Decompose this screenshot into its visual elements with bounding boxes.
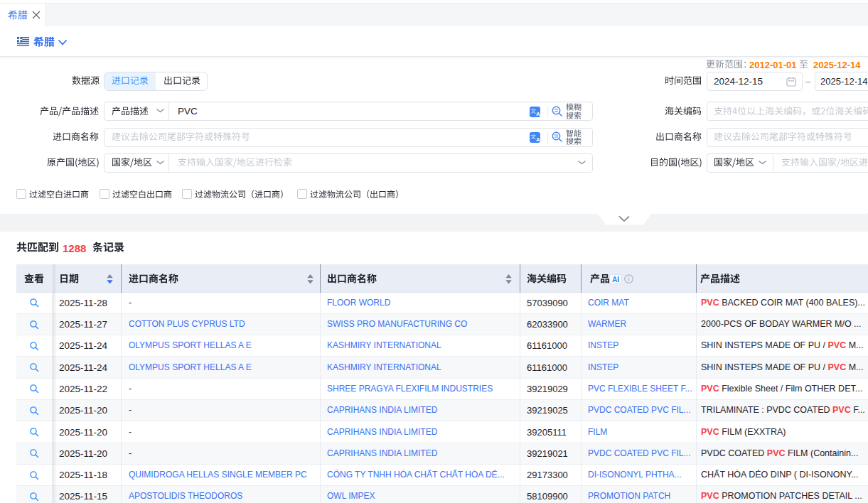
svg-text:AI: AI xyxy=(612,276,619,283)
svg-text:A: A xyxy=(536,136,540,143)
svg-text:A: A xyxy=(536,111,540,117)
